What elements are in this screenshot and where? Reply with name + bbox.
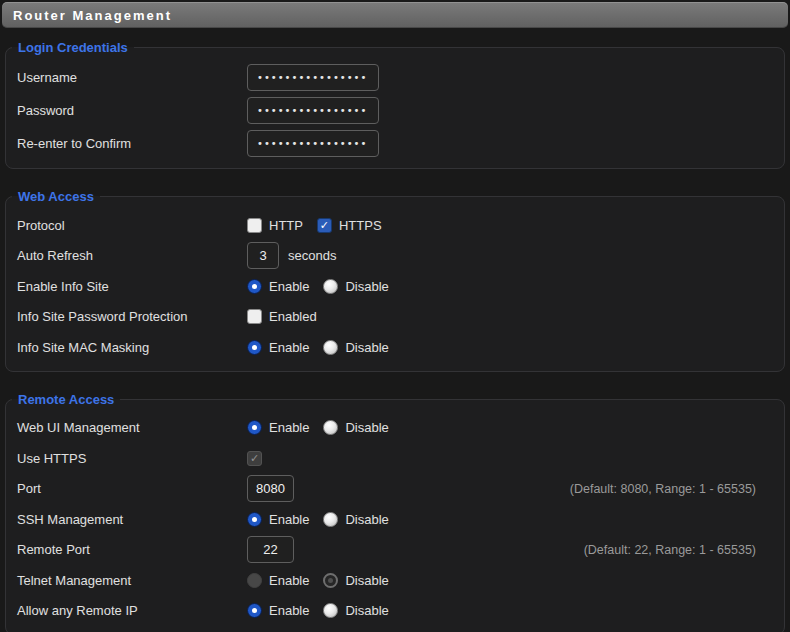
mac-masking-disable-label: Disable [345,340,388,355]
mac-masking-disable-radio[interactable] [323,340,338,355]
protocol-label: Protocol [11,218,247,233]
info-site-disable-label: Disable [345,279,388,294]
allow-remote-ip-label: Allow any Remote IP [11,603,247,618]
row-port: Port (Default: 8080, Range: 1 - 65535) [11,474,772,505]
remote-port-range-note: (Default: 22, Range: 1 - 65535) [584,543,756,557]
password-input[interactable] [247,97,379,124]
info-site-enable-radio[interactable] [247,279,262,294]
telnet-enable-radio [247,573,262,588]
row-mac-masking: Info Site MAC Masking Enable Disable [11,332,772,363]
info-site-password-label: Info Site Password Protection [11,309,247,324]
allow-ip-enable-label: Enable [269,603,309,618]
web-ui-disable-radio[interactable] [323,420,338,435]
confirm-password-input[interactable] [247,130,379,157]
https-checkbox[interactable]: ✓ [317,218,332,233]
web-ui-management-label: Web UI Management [11,420,247,435]
row-use-https: Use HTTPS ✓ [11,443,772,474]
allow-ip-disable-radio[interactable] [323,603,338,618]
http-checkbox[interactable] [247,218,262,233]
telnet-management-label: Telnet Management [11,573,247,588]
password-label: Password [11,103,247,118]
ssh-disable-label: Disable [345,512,388,527]
section-remote-access: Remote Access Web UI Management Enable D… [5,392,785,632]
ssh-enable-label: Enable [269,512,309,527]
info-site-disable-radio[interactable] [323,279,338,294]
checkmark-icon: ✓ [250,453,259,464]
section-title-web-access: Web Access [12,189,100,204]
telnet-disable-radio [323,573,338,588]
row-ssh-management: SSH Management Enable Disable [11,504,772,535]
username-label: Username [11,70,247,85]
row-username: Username [11,61,772,94]
http-checkbox-label: HTTP [269,218,303,233]
enable-info-site-label: Enable Info Site [11,279,247,294]
row-enable-info-site: Enable Info Site Enable Disable [11,271,772,302]
row-web-ui-management: Web UI Management Enable Disable [11,413,772,444]
ssh-enable-radio[interactable] [247,512,262,527]
web-ui-enable-radio[interactable] [247,420,262,435]
remote-port-label: Remote Port [11,542,247,557]
auto-refresh-input[interactable] [247,242,279,269]
row-confirm-password: Re-enter to Confirm [11,127,772,160]
page-header: Router Management [2,2,788,28]
row-telnet-management: Telnet Management Enable Disable [11,565,772,596]
checkmark-icon: ✓ [320,220,329,231]
confirm-password-label: Re-enter to Confirm [11,136,247,151]
page-title: Router Management [13,8,172,23]
mac-masking-enable-radio[interactable] [247,340,262,355]
port-label: Port [11,481,247,496]
section-title-remote-access: Remote Access [12,392,120,407]
section-title-login-credentials: Login Credentials [12,40,134,55]
router-management-page: Router Management Login Credentials User… [0,0,790,632]
mac-masking-enable-label: Enable [269,340,309,355]
port-range-note: (Default: 8080, Range: 1 - 65535) [570,482,756,496]
auto-refresh-label: Auto Refresh [11,248,247,263]
ssh-disable-radio[interactable] [323,512,338,527]
remote-port-input[interactable] [247,536,294,563]
use-https-label: Use HTTPS [11,451,247,466]
info-site-enable-label: Enable [269,279,309,294]
row-info-site-password-protection: Info Site Password Protection Enabled [11,302,772,333]
row-protocol: Protocol HTTP ✓ HTTPS [11,210,772,241]
settings-form: Login Credentials Username Password Re-e… [0,30,790,632]
telnet-disable-label: Disable [345,573,388,588]
ssh-management-label: SSH Management [11,512,247,527]
telnet-enable-label: Enable [269,573,309,588]
allow-ip-disable-label: Disable [345,603,388,618]
port-input[interactable] [247,475,294,502]
section-web-access: Web Access Protocol HTTP ✓ HTTPS Auto Re… [5,189,785,372]
mac-masking-label: Info Site MAC Masking [11,340,247,355]
section-login-credentials: Login Credentials Username Password Re-e… [5,40,785,169]
web-ui-enable-label: Enable [269,420,309,435]
use-https-checkbox: ✓ [247,451,262,466]
row-allow-any-remote-ip: Allow any Remote IP Enable Disable [11,596,772,627]
info-site-password-checkbox-label: Enabled [269,309,317,324]
auto-refresh-suffix: seconds [288,248,336,263]
https-checkbox-label: HTTPS [339,218,382,233]
allow-ip-enable-radio[interactable] [247,603,262,618]
row-remote-port: Remote Port (Default: 22, Range: 1 - 655… [11,535,772,566]
web-ui-disable-label: Disable [345,420,388,435]
username-input[interactable] [247,64,379,91]
row-password: Password [11,94,772,127]
info-site-password-checkbox[interactable] [247,309,262,324]
row-auto-refresh: Auto Refresh seconds [11,241,772,272]
